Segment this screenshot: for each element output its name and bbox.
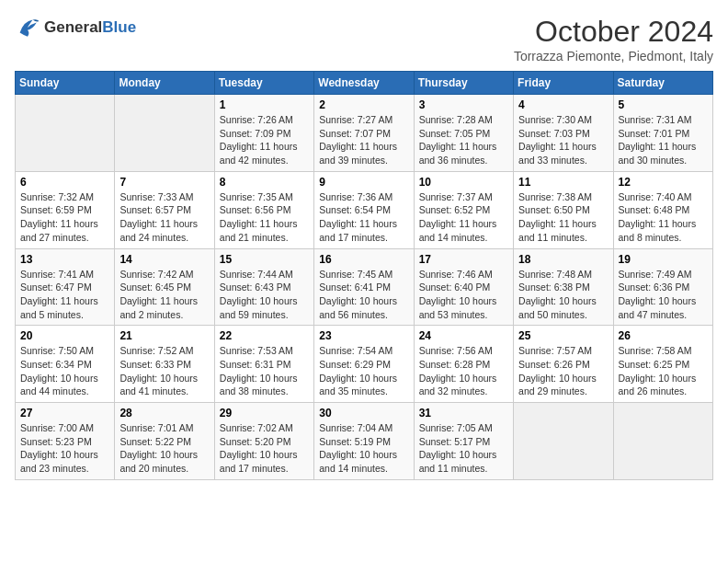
calendar-week-2: 6Sunrise: 7:32 AM Sunset: 6:59 PM Daylig… (16, 171, 713, 248)
calendar-cell (115, 95, 214, 172)
day-number: 26 (619, 329, 708, 342)
logo-bird-icon (15, 15, 40, 40)
day-info: Sunrise: 7:52 AM Sunset: 6:33 PM Dayligh… (119, 344, 209, 398)
day-number: 30 (319, 407, 408, 419)
day-info: Sunrise: 7:00 AM Sunset: 5:23 PM Dayligh… (20, 421, 109, 476)
day-info: Sunrise: 7:49 AM Sunset: 6:36 PM Dayligh… (619, 268, 708, 322)
calendar-cell: 29Sunrise: 7:02 AM Sunset: 5:20 PM Dayli… (214, 403, 313, 480)
day-number: 29 (220, 407, 309, 419)
location: Torrazza Piemonte, Piedmont, Italy (514, 49, 713, 63)
calendar-cell: 16Sunrise: 7:45 AM Sunset: 6:41 PM Dayli… (314, 248, 414, 326)
header-row: Sunday Monday Tuesday Wednesday Thursday… (16, 72, 713, 95)
day-number: 31 (419, 407, 508, 419)
day-info: Sunrise: 7:41 AM Sunset: 6:47 PM Dayligh… (20, 268, 109, 322)
calendar-cell (16, 95, 115, 172)
day-number: 2 (319, 98, 408, 111)
calendar-cell: 1Sunrise: 7:26 AM Sunset: 7:09 PM Daylig… (214, 95, 313, 172)
calendar-cell: 17Sunrise: 7:46 AM Sunset: 6:40 PM Dayli… (414, 248, 513, 326)
col-wednesday: Wednesday (314, 72, 414, 95)
day-info: Sunrise: 7:54 AM Sunset: 6:29 PM Dayligh… (319, 344, 408, 398)
calendar-cell: 25Sunrise: 7:57 AM Sunset: 6:26 PM Dayli… (514, 326, 613, 403)
day-number: 7 (119, 176, 209, 189)
day-info: Sunrise: 7:42 AM Sunset: 6:45 PM Dayligh… (119, 268, 209, 322)
day-number: 9 (319, 176, 408, 189)
day-info: Sunrise: 7:04 AM Sunset: 5:19 PM Dayligh… (319, 421, 408, 476)
logo: GeneralBlue (15, 15, 136, 40)
day-info: Sunrise: 7:35 AM Sunset: 6:56 PM Dayligh… (220, 190, 309, 245)
calendar-table: Sunday Monday Tuesday Wednesday Thursday… (15, 71, 713, 480)
day-number: 11 (518, 176, 608, 189)
day-info: Sunrise: 7:01 AM Sunset: 5:22 PM Dayligh… (119, 421, 209, 476)
day-info: Sunrise: 7:40 AM Sunset: 6:48 PM Dayligh… (619, 190, 708, 245)
calendar-cell: 2Sunrise: 7:27 AM Sunset: 7:07 PM Daylig… (314, 95, 414, 172)
col-sunday: Sunday (16, 72, 115, 95)
day-info: Sunrise: 7:44 AM Sunset: 6:43 PM Dayligh… (220, 268, 309, 322)
day-number: 10 (419, 176, 508, 189)
day-info: Sunrise: 7:30 AM Sunset: 7:03 PM Dayligh… (518, 113, 608, 167)
calendar-cell: 15Sunrise: 7:44 AM Sunset: 6:43 PM Dayli… (214, 248, 313, 326)
day-number: 19 (619, 253, 708, 266)
day-info: Sunrise: 7:48 AM Sunset: 6:38 PM Dayligh… (518, 268, 608, 322)
calendar-cell: 11Sunrise: 7:38 AM Sunset: 6:50 PM Dayli… (514, 171, 613, 248)
day-number: 22 (220, 329, 309, 342)
calendar-header: Sunday Monday Tuesday Wednesday Thursday… (16, 72, 713, 95)
calendar-cell: 31Sunrise: 7:05 AM Sunset: 5:17 PM Dayli… (414, 403, 513, 480)
day-info: Sunrise: 7:27 AM Sunset: 7:07 PM Dayligh… (319, 113, 408, 167)
calendar-cell (613, 403, 712, 480)
calendar-cell: 21Sunrise: 7:52 AM Sunset: 6:33 PM Dayli… (115, 326, 214, 403)
day-number: 23 (319, 329, 408, 342)
day-info: Sunrise: 7:05 AM Sunset: 5:17 PM Dayligh… (419, 421, 508, 476)
calendar-cell: 24Sunrise: 7:56 AM Sunset: 6:28 PM Dayli… (414, 326, 513, 403)
day-number: 24 (419, 329, 508, 342)
day-info: Sunrise: 7:58 AM Sunset: 6:25 PM Dayligh… (619, 344, 708, 398)
calendar-week-5: 27Sunrise: 7:00 AM Sunset: 5:23 PM Dayli… (16, 403, 713, 480)
col-saturday: Saturday (613, 72, 712, 95)
day-info: Sunrise: 7:45 AM Sunset: 6:41 PM Dayligh… (319, 268, 408, 322)
day-info: Sunrise: 7:56 AM Sunset: 6:28 PM Dayligh… (419, 344, 508, 398)
day-number: 25 (518, 329, 608, 342)
calendar-cell: 10Sunrise: 7:37 AM Sunset: 6:52 PM Dayli… (414, 171, 513, 248)
calendar-body: 1Sunrise: 7:26 AM Sunset: 7:09 PM Daylig… (16, 95, 713, 480)
calendar-cell: 13Sunrise: 7:41 AM Sunset: 6:47 PM Dayli… (16, 248, 115, 326)
day-info: Sunrise: 7:02 AM Sunset: 5:20 PM Dayligh… (220, 421, 309, 476)
day-number: 27 (20, 407, 109, 419)
calendar-week-4: 20Sunrise: 7:50 AM Sunset: 6:34 PM Dayli… (16, 326, 713, 403)
day-number: 1 (220, 98, 309, 111)
calendar-cell: 30Sunrise: 7:04 AM Sunset: 5:19 PM Dayli… (314, 403, 414, 480)
day-info: Sunrise: 7:57 AM Sunset: 6:26 PM Dayligh… (518, 344, 608, 398)
calendar-week-1: 1Sunrise: 7:26 AM Sunset: 7:09 PM Daylig… (16, 95, 713, 172)
calendar-cell (514, 403, 613, 480)
calendar-cell: 20Sunrise: 7:50 AM Sunset: 6:34 PM Dayli… (16, 326, 115, 403)
day-number: 21 (119, 329, 209, 342)
day-number: 15 (220, 253, 309, 266)
day-number: 12 (619, 176, 708, 189)
day-info: Sunrise: 7:32 AM Sunset: 6:59 PM Dayligh… (20, 190, 109, 245)
col-tuesday: Tuesday (214, 72, 313, 95)
day-number: 18 (518, 253, 608, 266)
day-number: 17 (419, 253, 508, 266)
day-number: 20 (20, 329, 109, 342)
calendar-cell: 23Sunrise: 7:54 AM Sunset: 6:29 PM Dayli… (314, 326, 414, 403)
day-number: 8 (220, 176, 309, 189)
day-number: 14 (119, 253, 209, 266)
day-info: Sunrise: 7:37 AM Sunset: 6:52 PM Dayligh… (419, 190, 508, 245)
day-info: Sunrise: 7:36 AM Sunset: 6:54 PM Dayligh… (319, 190, 408, 245)
day-number: 6 (20, 176, 109, 189)
calendar-cell: 12Sunrise: 7:40 AM Sunset: 6:48 PM Dayli… (613, 171, 712, 248)
calendar-cell: 26Sunrise: 7:58 AM Sunset: 6:25 PM Dayli… (613, 326, 712, 403)
calendar-cell: 3Sunrise: 7:28 AM Sunset: 7:05 PM Daylig… (414, 95, 513, 172)
calendar-cell: 4Sunrise: 7:30 AM Sunset: 7:03 PM Daylig… (514, 95, 613, 172)
day-number: 3 (419, 98, 508, 111)
day-info: Sunrise: 7:50 AM Sunset: 6:34 PM Dayligh… (20, 344, 109, 398)
page-header: GeneralBlue October 2024 Torrazza Piemon… (15, 15, 713, 63)
calendar-cell: 27Sunrise: 7:00 AM Sunset: 5:23 PM Dayli… (16, 403, 115, 480)
day-number: 13 (20, 253, 109, 266)
calendar-cell: 7Sunrise: 7:33 AM Sunset: 6:57 PM Daylig… (115, 171, 214, 248)
day-number: 16 (319, 253, 408, 266)
day-info: Sunrise: 7:31 AM Sunset: 7:01 PM Dayligh… (619, 113, 708, 167)
day-number: 28 (119, 407, 209, 419)
logo-text: GeneralBlue (44, 18, 136, 37)
calendar-cell: 6Sunrise: 7:32 AM Sunset: 6:59 PM Daylig… (16, 171, 115, 248)
day-info: Sunrise: 7:28 AM Sunset: 7:05 PM Dayligh… (419, 113, 508, 167)
day-info: Sunrise: 7:53 AM Sunset: 6:31 PM Dayligh… (220, 344, 309, 398)
